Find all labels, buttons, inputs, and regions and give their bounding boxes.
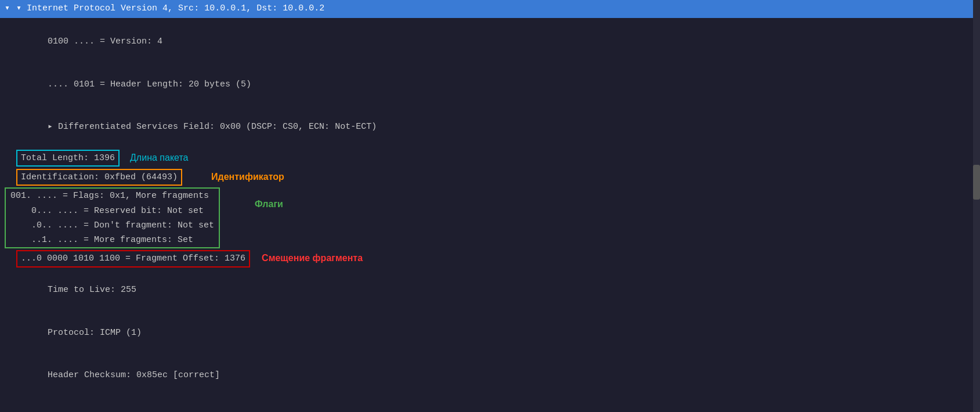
total-length-annotation: Длина пакета <box>130 151 188 165</box>
flags-line3: .0.. .... = Don't fragment: Not set <box>6 218 219 233</box>
protocol-line: Protocol: ICMP (1) <box>0 311 980 354</box>
total-length-row: Total Length: 1396 Длина пакета <box>0 149 980 168</box>
ipv4-header-text: ▾ Internet Protocol Version 4, Src: 10.0… <box>16 2 324 16</box>
flags-container: 001. .... = Flags: 0x1, More fragments 0… <box>0 187 980 248</box>
total-length-box: Total Length: 1396 <box>16 150 120 167</box>
version-line: 0100 .... = Version: 4 <box>0 20 980 63</box>
diff-services-line: ▸ Differentiated Services Field: 0x00 (D… <box>0 106 980 149</box>
flags-line2: 0... .... = Reserved bit: Not set <box>6 204 219 218</box>
identification-row: Identification: 0xfbed (64493) Идентифик… <box>0 168 980 187</box>
flags-line1: 001. .... = Flags: 0x1, More fragments <box>6 189 219 203</box>
fragment-box: ...0 0000 1010 1100 = Fragment Offset: 1… <box>16 250 250 267</box>
fragment-annotation: Смещение фрагмента <box>262 251 363 266</box>
identification-annotation: Идентификатор <box>211 170 284 185</box>
flags-line4: ..1. .... = More fragments: Set <box>6 233 219 247</box>
header-checksum-line: Header Checksum: 0x85ec [correct] <box>0 354 980 397</box>
content-area: 0100 .... = Version: 4 .... 0101 = Heade… <box>0 18 980 413</box>
wireshark-panel: ▾ ▾ Internet Protocol Version 4, Src: 10… <box>0 0 980 412</box>
triangle-icon: ▾ <box>5 2 10 16</box>
flags-box: 001. .... = Flags: 0x1, More fragments 0… <box>5 187 220 248</box>
scrollbar-thumb[interactable] <box>973 165 980 200</box>
header-length-line: .... 0101 = Header Length: 20 bytes (5) <box>0 63 980 106</box>
identification-box: Identification: 0xfbed (64493) <box>16 169 182 186</box>
checksum-status-line: [Header checksum status: Good] <box>0 397 980 412</box>
fragment-row: ...0 0000 1010 1100 = Fragment Offset: 1… <box>0 249 980 268</box>
scrollbar[interactable] <box>973 0 980 412</box>
ttl-line: Time to Live: 255 <box>0 269 980 312</box>
ipv4-header-row[interactable]: ▾ ▾ Internet Protocol Version 4, Src: 10… <box>0 0 980 18</box>
flags-annotation: Флаги <box>220 187 283 209</box>
